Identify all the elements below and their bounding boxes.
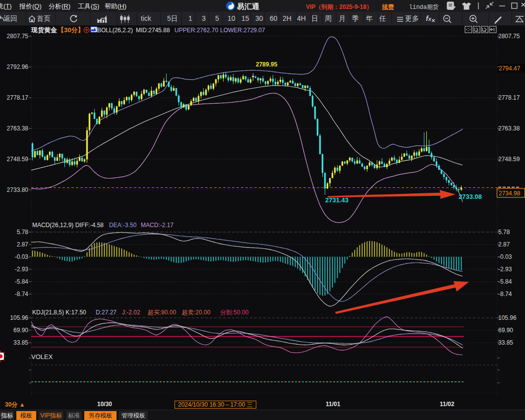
svg-text:5.78: 5.78 bbox=[17, 229, 29, 236]
svg-text:2763.38: 2763.38 bbox=[498, 125, 520, 132]
svg-text:2733.80: 2733.80 bbox=[7, 186, 29, 193]
svg-text:69.90: 69.90 bbox=[13, 327, 28, 334]
svg-text:2734.98: 2734.98 bbox=[499, 190, 521, 197]
svg-text:2.87: 2.87 bbox=[498, 241, 510, 248]
svg-text:2.87: 2.87 bbox=[17, 241, 29, 248]
svg-text:-5.84: -5.84 bbox=[498, 278, 512, 285]
svg-text:-2.93: -2.93 bbox=[15, 266, 29, 273]
svg-text:2792.96: 2792.96 bbox=[7, 63, 29, 70]
svg-text:超卖:20.00: 超卖:20.00 bbox=[182, 309, 211, 316]
svg-text:-5.84: -5.84 bbox=[15, 278, 29, 285]
svg-text:2778.17: 2778.17 bbox=[7, 94, 29, 101]
svg-text:J:-2.02: J:-2.02 bbox=[122, 309, 140, 316]
svg-text:BOLL(26,2.2): BOLL(26,2.2) bbox=[97, 27, 133, 34]
svg-text:-8.74: -8.74 bbox=[498, 291, 512, 298]
svg-text:【30分】: 【30分】 bbox=[58, 26, 84, 34]
svg-text:2807.75: 2807.75 bbox=[498, 33, 520, 40]
svg-text:2807.75: 2807.75 bbox=[7, 33, 29, 40]
svg-text:2763.38: 2763.38 bbox=[7, 125, 29, 132]
svg-text:-0.03: -0.03 bbox=[498, 253, 512, 260]
svg-text:分割:50.00: 分割:50.00 bbox=[220, 309, 249, 316]
svg-text:2733.08: 2733.08 bbox=[459, 193, 482, 200]
svg-text:UPPER:2762.70: UPPER:2762.70 bbox=[175, 27, 218, 34]
svg-text:-8.74: -8.74 bbox=[15, 291, 29, 298]
svg-text:2794.47: 2794.47 bbox=[499, 65, 521, 72]
svg-text:D:27.27: D:27.27 bbox=[96, 309, 117, 316]
svg-text:105.96: 105.96 bbox=[498, 314, 517, 321]
svg-text:VOLEX: VOLEX bbox=[31, 353, 53, 360]
svg-text:2748.59: 2748.59 bbox=[7, 156, 29, 163]
svg-text:2789.95: 2789.95 bbox=[256, 61, 278, 68]
svg-text:MID:2745.88: MID:2745.88 bbox=[136, 27, 170, 34]
svg-text:2778.17: 2778.17 bbox=[498, 94, 520, 101]
svg-text:现货黄金: 现货黄金 bbox=[31, 26, 58, 34]
svg-text:69.90: 69.90 bbox=[498, 327, 513, 334]
svg-text:MACD(26,12,9) DIFF:-4.58: MACD(26,12,9) DIFF:-4.58 bbox=[32, 222, 104, 229]
svg-text:DEA:-3.50: DEA:-3.50 bbox=[109, 222, 137, 229]
svg-text:LOWER:2729.07: LOWER:2729.07 bbox=[220, 27, 265, 34]
svg-text:-0.03: -0.03 bbox=[15, 253, 29, 260]
svg-text:超买:80.00: 超买:80.00 bbox=[148, 309, 176, 316]
svg-text:2748.59: 2748.59 bbox=[498, 156, 520, 163]
svg-text:KDJ(21,8,5) K:17.50: KDJ(21,8,5) K:17.50 bbox=[32, 309, 86, 316]
svg-text:MACD:-2.17: MACD:-2.17 bbox=[141, 222, 174, 229]
svg-text:5.78: 5.78 bbox=[498, 229, 510, 236]
svg-text:-2.93: -2.93 bbox=[498, 266, 512, 273]
svg-text:33.85: 33.85 bbox=[498, 339, 513, 346]
svg-text:33.85: 33.85 bbox=[13, 339, 28, 346]
svg-text:105.96: 105.96 bbox=[10, 314, 28, 321]
